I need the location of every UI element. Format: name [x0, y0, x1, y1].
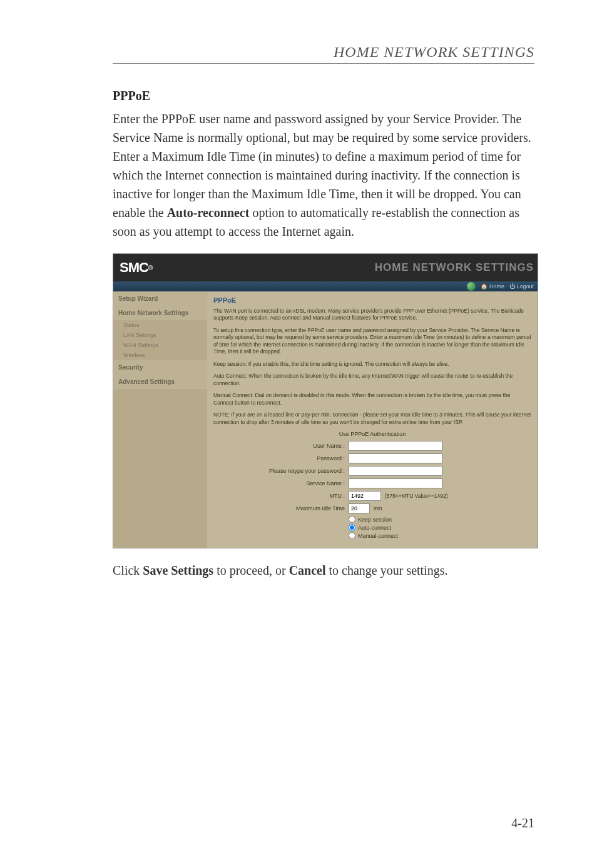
sidebar-item-wireless[interactable]: Wireless	[113, 350, 207, 360]
connection-mode-group: Keep session Auto-connect Manual-connect	[349, 516, 531, 539]
section-paragraph: Enter the PPPoE user name and password a…	[113, 109, 534, 241]
logout-link[interactable]: ⏻ Logout	[509, 283, 534, 290]
idle-input[interactable]	[349, 503, 370, 513]
username-label: User Name :	[213, 443, 345, 449]
content-title: PPPoE	[213, 296, 531, 304]
screenshot-toolbar: 🏠 Home ⏻ Logout	[113, 281, 538, 291]
page-number: 4-21	[511, 816, 534, 830]
pppoe-form: Use PPPoE Authentication User Name : Pas…	[213, 431, 531, 539]
form-title: Use PPPoE Authentication	[213, 431, 531, 437]
sidebar-item-home-network[interactable]: Home Network Settings	[113, 306, 207, 320]
idle-label: Maximum Idle Time	[213, 505, 345, 512]
mtu-label: MTU :	[213, 493, 345, 499]
sidebar-item-advanced[interactable]: Advanced Settings	[113, 375, 207, 389]
auto-connect-radio[interactable]	[349, 524, 355, 531]
idle-hint: min	[374, 505, 382, 512]
content-p4: Auto Connect: When the connection is bro…	[213, 373, 531, 387]
password-label: Password :	[213, 455, 345, 462]
caption-text: Click Save Settings to proceed, or Cance…	[113, 561, 534, 580]
screenshot-content: PPPoE The WAN port is connected to an xD…	[207, 291, 538, 548]
mtu-hint: (576<=MTU Value<=1492)	[385, 493, 448, 499]
page-header-title: HOME NETWORK SETTINGS	[113, 44, 534, 64]
mtu-input[interactable]	[349, 491, 381, 501]
manual-connect-option[interactable]: Manual-connect	[349, 532, 531, 539]
username-input[interactable]	[349, 441, 442, 451]
auto-connect-label: Auto-connect	[358, 525, 391, 531]
sidebar-item-wan[interactable]: WAN Settings	[113, 340, 207, 350]
sidebar-item-security[interactable]: Security	[113, 360, 207, 375]
home-link[interactable]: 🏠 Home	[481, 283, 504, 290]
screenshot-page-title: HOME NETWORK SETTINGS	[207, 254, 538, 281]
sidebar-item-setup-wizard[interactable]: Setup Wizard	[113, 291, 207, 306]
service-name-input[interactable]	[349, 478, 442, 488]
manual-connect-label: Manual-connect	[358, 533, 398, 539]
keep-session-radio[interactable]	[349, 516, 355, 523]
content-p5: Manual Connect: Dial on demand is disabl…	[213, 392, 531, 406]
section-heading: PPPoE	[113, 89, 534, 103]
manual-connect-radio[interactable]	[349, 532, 355, 539]
screenshot-topbar: SMC® HOME NETWORK SETTINGS	[113, 254, 538, 281]
content-p2: To setup this connection type, enter the…	[213, 327, 531, 356]
retype-label: Please retype your password :	[213, 468, 345, 474]
sidebar-item-status[interactable]: Status	[113, 320, 207, 330]
keep-session-label: Keep session	[358, 517, 392, 523]
service-name-label: Service Name :	[213, 480, 345, 487]
sidebar-item-lan[interactable]: LAN Settings	[113, 330, 207, 340]
globe-icon	[467, 282, 476, 291]
content-p1: The WAN port is connected to an xDSL mod…	[213, 308, 531, 322]
auto-connect-option[interactable]: Auto-connect	[349, 524, 531, 531]
logo-text: SMC	[120, 260, 148, 276]
smc-logo: SMC®	[113, 254, 207, 281]
registered-icon: ®	[148, 265, 152, 271]
password-input[interactable]	[349, 453, 442, 463]
retype-password-input[interactable]	[349, 466, 442, 476]
screenshot-sidebar: Setup Wizard Home Network Settings Statu…	[113, 291, 207, 548]
keep-session-option[interactable]: Keep session	[349, 516, 531, 523]
content-p3: Keep session: If you enable this, the id…	[213, 361, 531, 368]
content-p6: NOTE: If your are on a leased line or pa…	[213, 411, 531, 426]
router-admin-screenshot: SMC® HOME NETWORK SETTINGS 🏠 Home ⏻ Logo…	[113, 253, 538, 548]
